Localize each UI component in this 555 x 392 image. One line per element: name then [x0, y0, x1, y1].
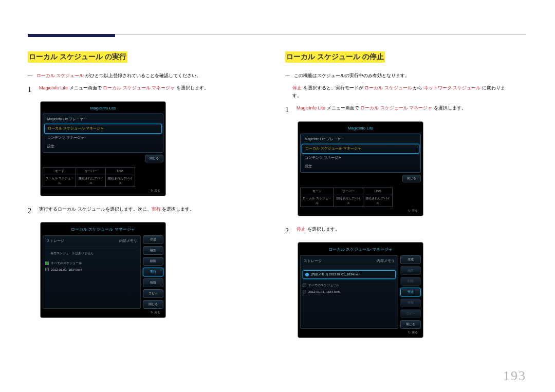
- btn-copy[interactable]: コピー: [143, 289, 163, 298]
- checkbox-icon: [303, 290, 306, 293]
- hl: MagicInfo Lite: [297, 105, 325, 110]
- th: サーバー: [334, 188, 363, 195]
- btn-edit[interactable]: 編集: [143, 246, 163, 255]
- step-number: 1: [285, 104, 292, 116]
- hl: ローカル スケジュール: [364, 85, 412, 90]
- td: 接続されたデバイス: [363, 195, 392, 207]
- text: 実行するローカル スケジュールを選択します。次に、: [39, 207, 152, 212]
- hl: ネットワーク スケジュール: [424, 85, 481, 90]
- mgr-content: ストレージ 内部メモリ 再生スケジュールはありません すべてのスケジュール 20…: [43, 235, 141, 309]
- note-run: ― ローカル スケジュール がひとつ以上登録されていることを確認してください。: [28, 72, 254, 79]
- step-number: 2: [285, 226, 292, 237]
- note-stop-2: 停止 を選択すると、実行モードが ローカル スケジュール から ネットワーク ス…: [285, 84, 511, 99]
- step-1-stop: 1 MagicInfo Lite メニュー画面で ローカル スケジュール マネー…: [285, 104, 511, 116]
- btn-create[interactable]: 作成: [400, 255, 421, 264]
- menu-item[interactable]: MagicInfo Lite プレーヤー: [302, 135, 419, 144]
- close-button[interactable]: 閉じる: [402, 175, 421, 182]
- return-row[interactable]: ↺戻る: [300, 207, 421, 214]
- step-number: 1: [28, 84, 35, 96]
- return-icon: ↺: [151, 189, 153, 192]
- label: 2012.01.01_1834.lsch: [308, 290, 340, 293]
- menu-item[interactable]: コンテンツ マネージャ: [302, 154, 419, 162]
- status-table: モード サーバー USB ローカル スケジュール 接続されたデバイス 接続された…: [43, 167, 135, 187]
- step-1-run: 1 MagicInfo Lite メニュー画面で ローカル スケジュール マネー…: [28, 84, 254, 96]
- btn-stop[interactable]: 停止: [400, 288, 421, 296]
- check-file[interactable]: 2012.01.01_1834.lsch: [45, 267, 138, 272]
- left-column: ローカル スケジュール の実行 ― ローカル スケジュール がひとつ以上登録され…: [28, 51, 254, 327]
- panel-title: MagicInfo Lite: [43, 104, 163, 114]
- btn-delete[interactable]: 削除: [143, 257, 163, 266]
- dash-icon: ―: [285, 72, 292, 79]
- menu-item-selected[interactable]: ローカル スケジュール マネージャ: [44, 124, 162, 134]
- return-label: 戻る: [154, 311, 160, 314]
- btn-info[interactable]: 情報: [143, 278, 163, 287]
- return-label: 戻る: [412, 209, 418, 212]
- device-menu-panel: MagicInfo Lite MagicInfo Lite プレーヤー ローカル…: [298, 121, 423, 216]
- btn-run[interactable]: 実行: [143, 268, 163, 276]
- td: 接続されたデバイス: [334, 195, 363, 207]
- menu-list: MagicInfo Lite プレーヤー ローカル スケジュール マネージャ コ…: [43, 114, 163, 153]
- running-item[interactable]: [内部メモリ] 2012.01.01_1834.lsch: [303, 270, 396, 279]
- status-table: モード サーバー USB ローカル スケジュール 接続されたデバイス 接続された…: [300, 188, 393, 207]
- internal-label: 内部メモリ: [119, 239, 137, 244]
- hl: 実行: [152, 207, 161, 212]
- text: を選択します。: [175, 85, 209, 90]
- menu-item[interactable]: MagicInfo Lite プレーヤー: [44, 115, 162, 124]
- right-column: ローカル スケジュール の停止 ― この機能はスケジュールの実行中のみ有効となり…: [285, 51, 511, 347]
- hl: 停止: [297, 227, 306, 232]
- page-number: 193: [503, 368, 526, 384]
- btn-delete[interactable]: 削除: [400, 277, 421, 286]
- text: を選択します。: [161, 207, 195, 212]
- note-hl: ローカル スケジュール: [36, 73, 84, 78]
- close-button[interactable]: 閉じる: [145, 155, 163, 162]
- return-icon: ↺: [151, 310, 153, 314]
- btn-close[interactable]: 閉じる: [143, 300, 163, 309]
- storage-label: ストレージ: [46, 239, 64, 244]
- btn-copy[interactable]: コピー: [400, 309, 421, 318]
- td: 接続されたデバイス: [105, 175, 135, 186]
- check-all[interactable]: すべてのスケジュール: [303, 282, 396, 289]
- step-number: 2: [28, 206, 35, 217]
- btn-edit[interactable]: 編集: [400, 266, 421, 275]
- dash-icon: ―: [28, 72, 35, 79]
- return-row[interactable]: ↺戻る: [300, 329, 421, 335]
- btn-info[interactable]: 情報: [400, 298, 421, 307]
- panel-title: ローカル スケジュール マネージャ: [43, 225, 163, 235]
- label: すべてのスケジュール: [51, 261, 82, 266]
- panel-title: MagicInfo Lite: [300, 124, 421, 134]
- return-icon: ↺: [408, 209, 411, 212]
- btn-close[interactable]: 閉じる: [400, 320, 421, 329]
- internal-label: 内部メモリ: [377, 259, 395, 264]
- text: メニュー画面で: [325, 105, 360, 110]
- heading-run: ローカル スケジュール の実行: [28, 51, 127, 63]
- checkbox-icon: [303, 284, 306, 287]
- btn-create[interactable]: 作成: [143, 235, 163, 244]
- check-file[interactable]: 2012.01.01_1834.lsch: [303, 289, 396, 294]
- note-stop-1: ― この機能はスケジュールの実行中のみ有効となります。: [285, 72, 511, 79]
- menu-item-selected[interactable]: ローカル スケジュール マネージャ: [302, 144, 419, 154]
- return-row[interactable]: ↺戻る: [43, 309, 163, 315]
- check-all[interactable]: すべてのスケジュール: [45, 260, 138, 267]
- th: モード: [43, 167, 76, 175]
- text: から: [412, 85, 424, 90]
- storage-label: ストレージ: [304, 259, 322, 264]
- th: サーバー: [76, 167, 105, 175]
- th: USB: [105, 167, 135, 175]
- return-label: 戻る: [154, 189, 160, 192]
- td: ローカル スケジュール: [301, 195, 334, 207]
- return-row[interactable]: ↺戻る: [43, 187, 163, 194]
- mgr-buttons: 作成 編集 削除 実行 情報 コピー 閉じる: [143, 235, 163, 309]
- panel-title: ローカル スケジュール マネージャ: [300, 245, 421, 255]
- manager-panel-stop: ローカル スケジュール マネージャ ストレージ 内部メモリ [内部メモリ] 20…: [298, 242, 423, 338]
- close-row: 閉じる: [43, 155, 163, 162]
- menu-item[interactable]: 設定: [302, 162, 419, 171]
- th: モード: [301, 188, 334, 195]
- top-mark: [28, 34, 115, 37]
- page: ローカル スケジュール の実行 ― ローカル スケジュール がひとつ以上登録され…: [0, 0, 555, 392]
- prefix: [内部メモリ]: [311, 272, 328, 276]
- checkbox-icon: [45, 268, 49, 271]
- menu-item[interactable]: コンテンツ マネージャ: [44, 134, 162, 142]
- text: を選択すると、実行モードが: [302, 85, 364, 90]
- menu-item[interactable]: 設定: [44, 142, 162, 151]
- menu-list: MagicInfo Lite プレーヤー ローカル スケジュール マネージャ コ…: [300, 134, 421, 173]
